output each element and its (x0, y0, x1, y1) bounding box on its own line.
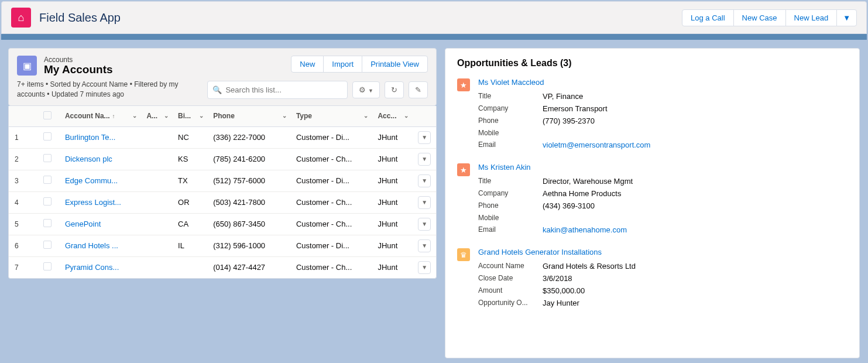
row-checkbox-cell[interactable] (37, 213, 59, 235)
col-billing-state[interactable]: Bi...⌄ (172, 106, 207, 127)
table-row: 5GenePointCA(650) 867-3450Customer - Ch.… (9, 213, 436, 235)
header-more-button[interactable]: ▼ (836, 9, 857, 26)
row-checkbox-cell[interactable] (37, 256, 59, 278)
row-number: 3 (9, 170, 37, 191)
cell-phone: (512) 757-6000 (207, 170, 290, 191)
row-action-button[interactable]: ▼ (418, 218, 431, 231)
field-row: TitleVP, Finance (478, 90, 848, 102)
field-value[interactable]: violetm@emersontransport.com (543, 141, 650, 149)
field-value[interactable]: kakin@athenahome.com (543, 225, 627, 234)
item-title-link[interactable]: Grand Hotels Generator Installations (478, 248, 848, 256)
account-name-cell[interactable]: Express Logist... (59, 191, 141, 213)
related-item: ★Ms Violet MaccleodTitleVP, FinanceCompa… (457, 78, 848, 151)
row-number: 5 (9, 213, 37, 235)
printable-view-button[interactable]: Printable View (362, 56, 428, 73)
import-button[interactable]: Import (323, 56, 362, 73)
row-checkbox[interactable] (43, 132, 52, 141)
field-row: Emailkakin@athenahome.com (478, 224, 848, 236)
account-name-cell[interactable]: Grand Hotels ... (59, 235, 141, 256)
row-action-button[interactable]: ▼ (418, 239, 431, 252)
cell-state: KS (172, 148, 207, 170)
cell-phone: (336) 222-7000 (207, 126, 290, 148)
row-checkbox-cell[interactable] (37, 148, 59, 170)
search-input[interactable] (207, 81, 348, 99)
row-checkbox-cell[interactable] (37, 235, 59, 256)
field-row: Close Date3/6/2018 (478, 272, 848, 285)
row-checkbox[interactable] (43, 219, 52, 227)
row-checkbox[interactable] (43, 154, 52, 162)
field-label: Mobile (478, 129, 543, 137)
cell-owner: JHunt (372, 235, 412, 256)
cell-owner: JHunt (372, 170, 412, 191)
cell-phone: (014) 427-4427 (207, 256, 290, 278)
field-value: (770) 395-2370 (543, 117, 595, 125)
field-value: Emerson Transport (543, 104, 608, 113)
item-title-link[interactable]: Ms Kristen Akin (478, 163, 848, 172)
field-row: Amount$350,000.00 (478, 285, 848, 297)
cell-actions: ▼ (412, 170, 436, 191)
row-checkbox[interactable] (43, 262, 52, 270)
field-value: Grand Hotels & Resorts Ltd (543, 262, 636, 270)
col-account-owner[interactable]: Acc...⌄ (372, 106, 412, 127)
account-name-cell[interactable]: GenePoint (59, 213, 141, 235)
chevron-down-icon: ▼ (843, 13, 850, 22)
chevron-down-icon: ⌄ (404, 112, 409, 119)
account-name-cell[interactable]: Dickenson plc (59, 148, 141, 170)
col-phone[interactable]: Phone⌄ (207, 106, 290, 127)
col-checkbox[interactable] (37, 106, 59, 127)
log-a-call-button[interactable]: Log a Call (682, 9, 734, 26)
object-label: Accounts (44, 56, 113, 64)
cell-actions: ▼ (412, 256, 436, 278)
field-value: Aethna Home Products (543, 189, 621, 198)
row-action-button[interactable]: ▼ (418, 196, 431, 209)
col-type[interactable]: Type⌄ (290, 106, 372, 127)
field-label: Phone (478, 201, 543, 210)
new-case-button[interactable]: New Case (733, 9, 786, 26)
row-action-button[interactable]: ▼ (418, 174, 431, 187)
row-checkbox[interactable] (43, 176, 52, 184)
chevron-down-icon: ⌄ (282, 112, 287, 119)
account-name-cell[interactable]: Pyramid Cons... (59, 256, 141, 278)
row-checkbox[interactable] (43, 241, 52, 249)
field-label: Account Name (478, 262, 543, 270)
edit-button[interactable]: ✎ (409, 81, 428, 98)
row-action-button[interactable]: ▼ (418, 131, 431, 144)
cell-state: OR (172, 191, 207, 213)
lead-icon: ★ (457, 163, 470, 176)
cell-type: Customer - Ch... (290, 213, 372, 235)
cell-actions: ▼ (412, 191, 436, 213)
list-actions: New Import Printable View (291, 56, 428, 73)
field-value: Director, Warehouse Mgmt (543, 177, 633, 186)
row-checkbox-cell[interactable] (37, 170, 59, 191)
row-checkbox[interactable] (43, 197, 52, 206)
field-row: CompanyEmerson Transport (478, 102, 848, 115)
field-row: Account NameGrand Hotels & Resorts Ltd (478, 260, 848, 272)
new-button[interactable]: New (291, 56, 324, 73)
row-action-button[interactable]: ▼ (418, 153, 431, 166)
row-action-button[interactable]: ▼ (418, 261, 431, 274)
table-row: 4Express Logist...OR(503) 421-7800Custom… (9, 191, 436, 213)
field-value: $350,000.00 (543, 286, 585, 295)
field-row: Mobile (478, 212, 848, 224)
account-name-cell[interactable]: Edge Commu... (59, 170, 141, 191)
new-lead-button[interactable]: New Lead (785, 9, 838, 26)
app-title: Field Sales App (39, 11, 121, 25)
refresh-button[interactable]: ↻ (385, 81, 404, 98)
cell-type: Customer - Di... (290, 170, 372, 191)
col-account-name[interactable]: Account Na...↑⌄ (59, 106, 141, 127)
cell-a (140, 126, 172, 148)
chevron-down-icon: ⌄ (132, 112, 137, 119)
row-number: 1 (9, 126, 37, 148)
chevron-down-icon: ⌄ (199, 112, 204, 119)
cell-type: Customer - Di... (290, 235, 372, 256)
row-checkbox-cell[interactable] (37, 191, 59, 213)
list-settings-button[interactable]: ⚙ ▼ (352, 81, 380, 98)
col-number (9, 106, 37, 127)
field-label: Close Date (478, 274, 543, 283)
col-a[interactable]: A...⌄ (140, 106, 172, 127)
select-all-checkbox[interactable] (43, 111, 52, 119)
account-name-cell[interactable]: Burlington Te... (59, 126, 141, 148)
row-checkbox-cell[interactable] (37, 126, 59, 148)
list-view-title[interactable]: My Accounts (44, 63, 113, 76)
item-title-link[interactable]: Ms Violet Maccleod (478, 78, 848, 87)
